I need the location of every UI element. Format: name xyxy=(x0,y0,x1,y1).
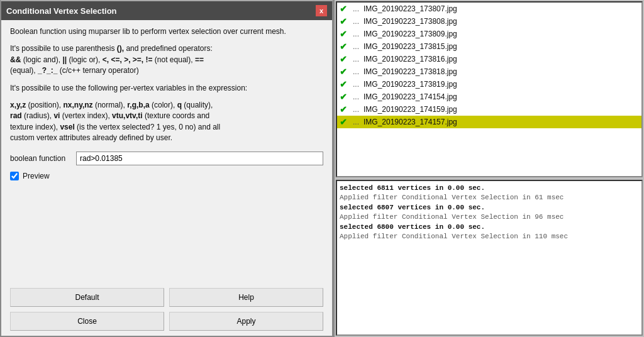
file-check-icon: ✔ xyxy=(340,16,348,26)
conditional-vertex-selection-dialog: Conditional Vertex Selection x Boolean f… xyxy=(0,0,333,337)
file-dots: ... xyxy=(351,118,361,126)
file-name: IMG_20190223_173815.jpg xyxy=(364,42,457,51)
file-check-icon: ✔ xyxy=(340,104,348,114)
file-check-icon: ✔ xyxy=(340,29,348,39)
file-list-container[interactable]: ✔ ... IMG_20190223_173807.jpg ✔ ... IMG_… xyxy=(336,1,643,177)
file-dots: ... xyxy=(351,80,361,89)
boolean-function-row: boolean function xyxy=(10,152,323,165)
log-line: Applied filter Conditional Vertex Select… xyxy=(340,232,639,241)
file-dots: ... xyxy=(351,67,361,76)
close-button[interactable]: Close xyxy=(10,312,164,331)
file-name: IMG_20190223_173809.jpg xyxy=(364,30,457,38)
file-dots: ... xyxy=(351,17,361,26)
log-line: selected 6807 vertices in 0.00 sec. xyxy=(340,203,639,213)
dialog-title: Conditional Vertex Selection xyxy=(6,6,117,16)
preview-label: Preview xyxy=(23,172,50,180)
list-item[interactable]: ✔ ... IMG_20190223_173808.jpg xyxy=(337,15,641,28)
preview-checkbox[interactable] xyxy=(10,172,19,180)
list-item[interactable]: ✔ ... IMG_20190223_173819.jpg xyxy=(337,78,641,91)
file-dots: ... xyxy=(351,42,361,51)
dialog-titlebar: Conditional Vertex Selection x xyxy=(1,1,332,20)
help-button[interactable]: Help xyxy=(169,288,323,307)
file-name: IMG_20190223_173818.jpg xyxy=(364,67,457,76)
dialog-body: Boolean function using muparser lib to p… xyxy=(1,20,332,288)
file-name: IMG_20190223_174154.jpg xyxy=(364,92,457,101)
button-row-top: Default Help xyxy=(1,288,332,307)
list-item[interactable]: ✔ ... IMG_20190223_174157.jpg xyxy=(337,116,641,128)
preview-row: Preview xyxy=(10,172,323,180)
list-item[interactable]: ✔ ... IMG_20190223_174154.jpg xyxy=(337,91,641,103)
list-item[interactable]: ✔ ... IMG_20190223_173807.jpg xyxy=(337,3,641,15)
file-name: IMG_20190223_173819.jpg xyxy=(364,80,457,89)
description3: It's possibile to use the following per-… xyxy=(10,83,323,94)
description4: x,y,z (position), nx,ny,nz (normal), r,g… xyxy=(10,100,323,144)
list-item[interactable]: ✔ ... IMG_20190223_173809.jpg xyxy=(337,28,641,40)
file-check-icon: ✔ xyxy=(340,117,348,127)
file-name: IMG_20190223_174159.jpg xyxy=(364,105,457,114)
list-item[interactable]: ✔ ... IMG_20190223_173816.jpg xyxy=(337,53,641,65)
file-dots: ... xyxy=(351,105,361,114)
list-item[interactable]: ✔ ... IMG_20190223_174159.jpg xyxy=(337,103,641,116)
list-item[interactable]: ✔ ... IMG_20190223_173818.jpg xyxy=(337,65,641,78)
file-check-icon: ✔ xyxy=(340,67,348,77)
log-line: selected 6811 vertices in 0.00 sec. xyxy=(340,184,639,193)
list-item[interactable]: ✔ ... IMG_20190223_173815.jpg xyxy=(337,40,641,53)
file-name: IMG_20190223_173807.jpg xyxy=(364,4,457,13)
boolean-function-label: boolean function xyxy=(10,154,76,163)
file-list: ✔ ... IMG_20190223_173807.jpg ✔ ... IMG_… xyxy=(337,3,641,128)
log-line: Applied filter Conditional Vertex Select… xyxy=(340,213,639,222)
file-dots: ... xyxy=(351,92,361,101)
file-check-icon: ✔ xyxy=(340,41,348,52)
file-name: IMG_20190223_173808.jpg xyxy=(364,17,457,26)
file-check-icon: ✔ xyxy=(340,92,348,102)
log-container: selected 6811 vertices in 0.00 sec.Appli… xyxy=(336,180,643,336)
right-panel: ✔ ... IMG_20190223_173807.jpg ✔ ... IMG_… xyxy=(333,0,644,337)
file-name: IMG_20190223_174157.jpg xyxy=(364,118,457,126)
file-check-icon: ✔ xyxy=(340,54,348,64)
file-dots: ... xyxy=(351,30,361,38)
file-check-icon: ✔ xyxy=(340,4,348,14)
file-check-icon: ✔ xyxy=(340,79,348,89)
boolean-function-input[interactable] xyxy=(76,152,323,165)
description1: Boolean function using muparser lib to p… xyxy=(10,26,323,37)
file-dots: ... xyxy=(351,4,361,13)
button-row-bottom: Close Apply xyxy=(1,312,332,331)
file-name: IMG_20190223_173816.jpg xyxy=(364,55,457,64)
log-line: selected 6800 vertices in 0.00 sec. xyxy=(340,223,639,232)
file-dots: ... xyxy=(351,55,361,64)
dialog-close-button[interactable]: x xyxy=(316,5,327,16)
description2: It's possibile to use parenthesis (), an… xyxy=(10,43,323,76)
log-line: Applied filter Conditional Vertex Select… xyxy=(340,193,639,202)
default-button[interactable]: Default xyxy=(10,288,164,307)
apply-button[interactable]: Apply xyxy=(169,312,323,331)
